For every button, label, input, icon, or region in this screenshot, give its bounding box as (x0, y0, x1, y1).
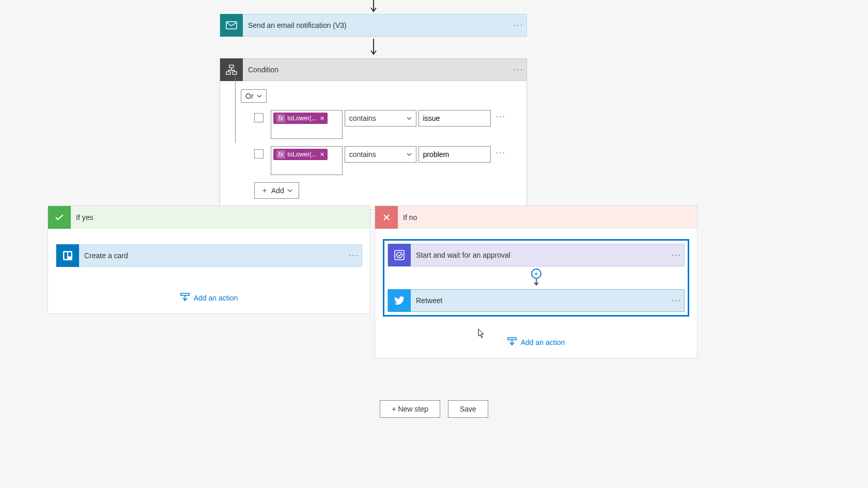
remove-token-icon[interactable]: ✕ (320, 115, 324, 122)
step-retweet[interactable]: Retweet ··· (388, 289, 685, 312)
step-more-menu[interactable]: ··· (511, 21, 526, 30)
condition-icon (220, 58, 243, 81)
fx-icon: fx (276, 114, 285, 122)
row-checkbox[interactable] (254, 113, 264, 122)
condition-operator-dropdown[interactable]: Or (241, 89, 267, 103)
new-step-button[interactable]: + New step (380, 400, 440, 418)
condition-left-operand[interactable]: fxtoLower(...✕ (271, 146, 343, 175)
condition-operator-select[interactable]: contains (345, 146, 416, 163)
operator-label: Or (245, 92, 254, 100)
step-title: Create a card (79, 251, 346, 260)
twitter-icon (388, 289, 411, 312)
branch-header[interactable]: If no (375, 206, 697, 229)
step-more-menu[interactable]: ··· (511, 65, 526, 74)
step-title: Start and wait for an approval (411, 251, 669, 259)
svg-rect-6 (68, 253, 71, 257)
row-checkbox[interactable] (254, 149, 264, 159)
add-action-icon (507, 337, 517, 348)
step-email-notification[interactable]: Send an email notification (V3) ··· (220, 14, 527, 37)
chevron-down-icon (407, 117, 412, 120)
branch-title: If no (398, 213, 417, 222)
svg-rect-2 (226, 72, 230, 74)
save-button[interactable]: Save (448, 400, 488, 418)
flow-connector-arrow (220, 0, 527, 13)
condition-value-input[interactable] (419, 146, 491, 163)
close-icon (375, 206, 398, 229)
chevron-down-icon (407, 153, 412, 156)
plus-icon: + (531, 269, 541, 279)
svg-rect-10 (508, 338, 516, 340)
step-more-menu[interactable]: ··· (346, 251, 362, 260)
plus-icon: ＋ (261, 186, 268, 195)
svg-rect-7 (181, 293, 189, 295)
branch-if-yes: If yes Create a card ··· Add an action (48, 206, 370, 314)
branch-if-no: If no Start and wait for an approval ···… (375, 206, 698, 358)
flow-connector-arrow (220, 39, 527, 56)
step-title: Condition (243, 66, 511, 74)
step-title: Retweet (411, 296, 669, 305)
approval-icon (388, 244, 411, 266)
trello-icon (56, 244, 79, 267)
step-title: Send an email notification (V3) (243, 21, 511, 29)
add-action-icon (180, 293, 190, 303)
svg-rect-3 (233, 72, 237, 74)
fx-icon: fx (276, 150, 285, 159)
add-condition-row-button[interactable]: ＋ Add (254, 182, 299, 199)
step-create-card[interactable]: Create a card ··· (56, 244, 362, 267)
step-more-menu[interactable]: ··· (669, 250, 684, 260)
insert-step-marker[interactable]: + (388, 269, 685, 286)
row-more-menu[interactable]: ··· (496, 146, 506, 158)
expression-token[interactable]: fxtoLower(...✕ (273, 149, 328, 160)
expression-token[interactable]: fxtoLower(...✕ (273, 113, 328, 124)
branch-header[interactable]: If yes (48, 206, 370, 229)
svg-rect-0 (226, 22, 237, 29)
svg-point-9 (397, 253, 402, 258)
remove-token-icon[interactable]: ✕ (320, 151, 324, 158)
add-action-button[interactable]: Add an action (56, 293, 362, 303)
step-start-approval[interactable]: Start and wait for an approval ··· (388, 244, 685, 266)
row-more-menu[interactable]: ··· (496, 110, 506, 121)
condition-value-input[interactable] (419, 110, 491, 127)
cursor-icon (478, 328, 485, 339)
arrow-down-icon (533, 279, 539, 286)
selection-highlight: Start and wait for an approval ··· + Ret… (383, 239, 689, 317)
check-icon (48, 206, 71, 229)
mail-icon (220, 14, 243, 37)
step-more-menu[interactable]: ··· (669, 296, 684, 305)
svg-rect-1 (229, 65, 234, 68)
condition-operator-select[interactable]: contains (345, 110, 416, 127)
step-condition[interactable]: Condition ··· Or fxtoLower(...✕ contains (220, 58, 527, 210)
chevron-down-icon (287, 189, 292, 192)
add-action-button[interactable]: Add an action (383, 337, 689, 348)
condition-left-operand[interactable]: fxtoLower(...✕ (271, 110, 343, 139)
svg-rect-5 (65, 253, 68, 259)
branch-title: If yes (71, 213, 93, 222)
